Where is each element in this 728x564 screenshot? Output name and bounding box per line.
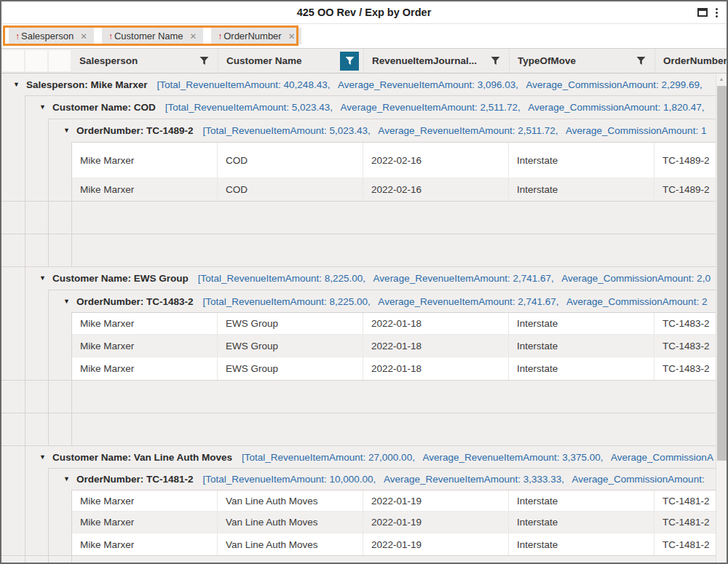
table-cell: Van Line Auth Moves <box>218 533 363 555</box>
table-row-cells: Mike MarxerVan Line Auth Moves2022-01-19… <box>72 490 716 512</box>
column-header-revenueitemjournal[interactable]: RevenueItemJournal... <box>363 49 509 73</box>
group-summary: [Total_RevenueItemAmount: 10,000.00, Ave… <box>202 474 704 485</box>
group-footer-row <box>1 413 716 445</box>
vertical-scrollbar[interactable]: ▲ <box>716 74 727 563</box>
group-indent-header <box>25 50 47 71</box>
group-indent-header <box>49 50 71 71</box>
table-row-cells: Mike MarxerEWS Group2022-01-18Interstate… <box>72 335 716 357</box>
remove-group-icon[interactable]: ✕ <box>80 31 87 41</box>
table-cell: TC-1483-2 <box>654 357 716 380</box>
collapse-icon[interactable]: ▼ <box>39 104 46 111</box>
scrollbar-thumb[interactable] <box>717 86 727 461</box>
group-footer-space <box>72 202 716 234</box>
collapse-icon[interactable]: ▼ <box>63 476 70 482</box>
column-header-row: Salesperson Customer Name RevenueItemJou… <box>1 49 727 74</box>
sort-asc-icon: ↑ <box>15 31 20 41</box>
group-summary: [Total_RevenueItemAmount: 8,225.00, Aver… <box>198 273 711 284</box>
indent-guide <box>25 312 49 335</box>
indent-guide <box>1 234 25 266</box>
column-header-ordernumber[interactable]: OrderNumber <box>654 49 727 73</box>
group-footer-space <box>72 381 716 413</box>
column-header-salesperson[interactable]: Salesperson <box>71 49 218 73</box>
group-row-content: ▼Customer Name: EWS Group[Total_RevenueI… <box>25 267 716 290</box>
collapse-icon[interactable]: ▼ <box>63 127 70 134</box>
indent-guide <box>1 142 25 178</box>
column-header-typeofmove[interactable]: TypeOfMove <box>509 49 654 73</box>
group-chip-label: Customer Name <box>114 31 183 41</box>
indent-guide <box>49 312 72 335</box>
table-cell: Mike Marxer <box>72 313 218 334</box>
indent-guide <box>1 312 25 335</box>
group-row: ▼Customer Name: EWS Group[Total_RevenueI… <box>1 266 716 290</box>
table-cell: 2022-02-16 <box>363 178 509 201</box>
column-header-customer-name[interactable]: Customer Name <box>218 49 363 73</box>
indent-guide <box>49 357 72 380</box>
table-cell: TC-1483-2 <box>654 313 716 334</box>
table-cell: Mike Marxer <box>72 512 218 533</box>
indent-guide <box>49 381 72 413</box>
remove-group-icon[interactable]: ✕ <box>190 31 197 41</box>
indent-guide <box>25 202 49 234</box>
table-row[interactable]: Mike MarxerEWS Group2022-01-18Interstate… <box>1 357 716 380</box>
group-chip-salesperson[interactable]: ↑ Salesperson ✕ <box>9 28 94 44</box>
kebab-menu-icon[interactable] <box>714 7 719 18</box>
indent-guide <box>25 512 49 533</box>
table-cell: TC-1489-2 <box>654 178 716 201</box>
group-summary: [Total_RevenueItemAmount: 40,248.43, Ave… <box>157 79 703 90</box>
table-row[interactable]: Mike MarxerVan Line Auth Moves2022-01-19… <box>1 533 716 555</box>
group-label: OrderNumber: TC-1483-2 <box>76 296 194 307</box>
table-row[interactable]: Mike MarxerCOD2022-02-16InterstateTC-148… <box>1 142 716 178</box>
indent-guide <box>25 381 49 413</box>
indent-guide <box>49 490 72 512</box>
indent-guide <box>1 490 25 512</box>
table-row[interactable]: Mike MarxerEWS Group2022-01-18Interstate… <box>1 335 716 357</box>
table-row[interactable]: Mike MarxerCOD2022-02-16InterstateTC-148… <box>1 178 716 201</box>
table-row[interactable]: Mike MarxerEWS Group2022-01-18Interstate… <box>1 312 716 335</box>
filter-active-icon[interactable] <box>340 52 359 71</box>
table-row-cells: Mike MarxerVan Line Auth Moves2022-01-19… <box>72 512 716 533</box>
table-row-cells: Mike MarxerVan Line Auth Moves2022-01-19… <box>72 533 716 555</box>
group-footer-row <box>1 201 716 234</box>
table-row[interactable]: Mike MarxerVan Line Auth Moves2022-01-19… <box>1 512 716 533</box>
indent-guide <box>25 178 49 201</box>
table-cell: 2022-01-19 <box>363 533 509 555</box>
group-chip-ordernumber[interactable]: ↑ OrderNumber ✕ <box>211 28 301 44</box>
collapse-icon[interactable]: ▼ <box>63 298 70 305</box>
group-footer-space <box>72 413 716 445</box>
indent-guide <box>1 556 25 563</box>
group-row-content: ▼Customer Name: COD[Total_RevenueItemAmo… <box>25 95 716 119</box>
table-cell: 2022-01-18 <box>363 313 509 334</box>
group-row-content: ▼OrderNumber: TC-1483-2[Total_RevenueIte… <box>49 290 716 312</box>
group-chip-label: OrderNumber <box>223 31 281 41</box>
table-cell: 2022-01-18 <box>363 335 509 357</box>
collapse-icon[interactable]: ▼ <box>39 275 46 282</box>
collapse-icon[interactable]: ▼ <box>39 454 46 461</box>
filter-icon[interactable] <box>194 52 213 71</box>
group-summary: [Total_RevenueItemAmount: 5,023.43, Aver… <box>165 102 705 113</box>
table-cell: Mike Marxer <box>72 357 218 380</box>
table-cell: TC-1481-2 <box>654 490 716 511</box>
collapse-icon[interactable]: ▼ <box>13 82 20 88</box>
filter-icon[interactable] <box>486 52 505 71</box>
indent-guide <box>1 95 25 119</box>
group-row: ▼OrderNumber: TC-1481-2[Total_RevenueIte… <box>1 468 716 490</box>
table-cell: Interstate <box>509 490 654 511</box>
group-chip-customer-name[interactable]: ↑ Customer Name ✕ <box>102 28 203 44</box>
indent-guide <box>49 234 72 266</box>
indent-guide <box>49 512 72 533</box>
table-row-cells: Mike MarxerEWS Group2022-01-18Interstate… <box>72 357 716 380</box>
table-cell: Mike Marxer <box>72 490 218 511</box>
table-row[interactable]: Mike MarxerVan Line Auth Moves2022-01-19… <box>1 490 716 512</box>
indent-guide <box>1 290 25 312</box>
filter-icon[interactable] <box>631 52 650 71</box>
group-row: ▼OrderNumber: TC-1483-2[Total_RevenueIte… <box>1 290 716 312</box>
scroll-up-icon[interactable]: ▲ <box>716 74 727 84</box>
restore-window-icon[interactable] <box>697 8 708 17</box>
group-label: OrderNumber: TC-1489-2 <box>76 125 194 136</box>
table-cell: 2022-01-18 <box>363 357 509 380</box>
page-title: 425 OO Rev / Exp by Order <box>297 7 432 18</box>
indent-guide <box>1 512 25 533</box>
table-cell: 2022-02-16 <box>363 143 509 178</box>
indent-guide <box>25 142 49 178</box>
remove-group-icon[interactable]: ✕ <box>288 31 296 41</box>
